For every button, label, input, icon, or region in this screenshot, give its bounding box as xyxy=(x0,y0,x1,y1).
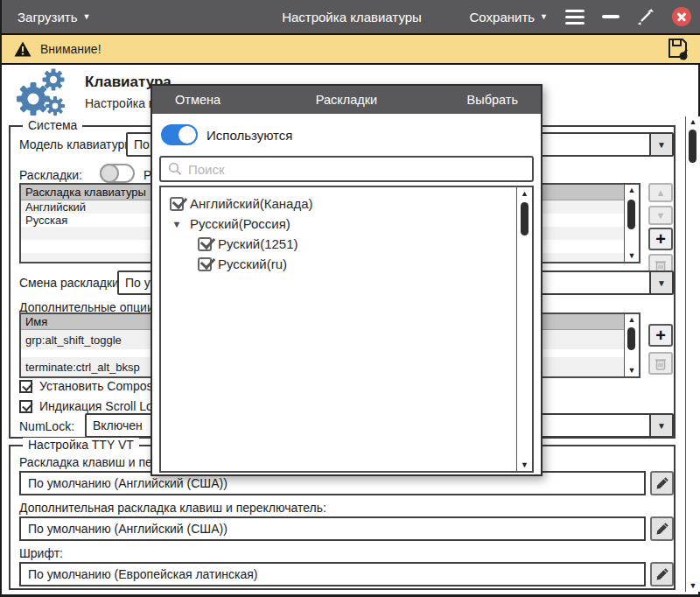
layouts-table-scrollbar[interactable]: ▲ ▼ xyxy=(624,185,639,262)
scroll-up-icon[interactable]: ▲ xyxy=(686,116,700,128)
gears-icon xyxy=(10,68,68,121)
in-use-toggle-label: Используются xyxy=(206,128,292,143)
modal-cancel-button[interactable]: Отмена xyxy=(175,93,220,107)
compose-checkbox-row: Установить Compose xyxy=(19,379,159,393)
edit-tty-font-button[interactable] xyxy=(650,562,674,586)
tree-item[interactable]: Русский(ru) xyxy=(198,256,287,271)
save-menu-button[interactable]: Сохранить ▼ xyxy=(470,10,548,25)
tree-item-label: Русский(ru) xyxy=(218,256,287,271)
scroll-up-icon[interactable]: ▲ xyxy=(517,187,532,200)
compose-checkbox-label: Установить Compose xyxy=(39,379,159,393)
scrollbar-thumb[interactable] xyxy=(521,202,528,235)
expand-icon[interactable] xyxy=(637,8,654,25)
arrow-up-icon: ▲ xyxy=(656,187,666,198)
scrollbar-thumb[interactable] xyxy=(689,130,696,163)
window-scrollbar[interactable]: ▲ ▼ xyxy=(685,116,700,592)
scroll-lock-checkbox-row: Индикация Scroll Lock xyxy=(19,399,165,413)
delete-option-button[interactable] xyxy=(648,352,673,375)
edit-tty-layout-button[interactable] xyxy=(650,471,674,495)
tree-item[interactable]: Руский(1251) xyxy=(198,236,298,251)
tree-item-label: Русский(Россия) xyxy=(190,216,290,231)
menu-icon[interactable] xyxy=(565,10,584,25)
save-file-icon[interactable] xyxy=(667,37,690,61)
trash-icon xyxy=(654,357,667,370)
tty-font-field[interactable]: По умолчанию (Европейская латинская) xyxy=(19,562,646,586)
add-option-button[interactable]: + xyxy=(648,324,673,347)
checked-checkbox[interactable] xyxy=(170,197,184,211)
plus-icon: + xyxy=(655,327,666,344)
tree-item-label: Английский(Канада) xyxy=(190,196,313,211)
modal-header: Отмена Раскладки Выбрать xyxy=(152,86,541,114)
add-layout-button[interactable]: + xyxy=(648,228,673,250)
search-input[interactable] xyxy=(188,162,525,177)
tty-font-label: Шрифт: xyxy=(19,546,63,560)
layout-switch-label: Смена раскладки: xyxy=(19,276,122,290)
search-box xyxy=(159,156,534,182)
layouts-tree: Английский(Канада) ▼ Русский(Россия) Рус… xyxy=(159,186,534,473)
pencil-icon xyxy=(655,477,668,490)
warning-text: Внимание! xyxy=(40,42,102,56)
chevron-down-icon[interactable]: ▼ xyxy=(649,415,672,436)
checked-checkbox[interactable] xyxy=(198,257,212,271)
tty-layout-label: Раскладка клавиш и пер xyxy=(19,455,159,469)
warning-bar: Внимание! xyxy=(2,33,700,65)
warning-icon xyxy=(14,41,32,57)
keyboard-settings-window: Загрузить ▼ Настройка клавиатуры Сохрани… xyxy=(0,0,700,597)
scroll-down-icon[interactable]: ▼ xyxy=(625,365,639,376)
layouts-toggle[interactable] xyxy=(100,164,135,183)
scroll-down-icon[interactable]: ▼ xyxy=(517,459,532,471)
tree-item[interactable]: Английский(Канада) xyxy=(170,196,313,211)
minimize-icon[interactable] xyxy=(602,15,620,18)
tree-item[interactable]: ▼ Русский(Россия) xyxy=(170,216,290,231)
scroll-down-icon[interactable]: ▼ xyxy=(625,250,639,262)
tty-extra-layout-field[interactable]: По умолчанию (Английский (США)) xyxy=(19,516,646,541)
page-subtitle: Настройка п xyxy=(85,96,155,110)
checked-checkbox[interactable] xyxy=(198,237,212,251)
scroll-up-icon[interactable]: ▲ xyxy=(625,185,639,196)
scroll-down-icon[interactable]: ▼ xyxy=(686,580,700,592)
plus-icon: + xyxy=(655,230,666,248)
move-down-button[interactable]: ▼ xyxy=(648,206,673,225)
layouts-label: Раскладки: xyxy=(19,168,82,182)
scroll-lock-checkbox[interactable] xyxy=(19,400,32,413)
tree-item-label: Руский(1251) xyxy=(218,236,298,251)
options-table-scrollbar[interactable]: ▲ ▼ xyxy=(624,314,639,376)
arrow-down-icon: ▼ xyxy=(656,210,666,221)
modal-select-button[interactable]: Выбрать xyxy=(467,93,518,107)
collapse-icon[interactable]: ▼ xyxy=(170,219,184,229)
scroll-up-icon[interactable]: ▲ xyxy=(625,314,639,326)
chevron-down-icon[interactable]: ▼ xyxy=(649,272,672,293)
keyboard-model-label: Модель клавиатуры: xyxy=(19,137,136,151)
layouts-modal: Отмена Раскладки Выбрать Используются Ан… xyxy=(150,84,542,476)
titlebar: Загрузить ▼ Настройка клавиатуры Сохрани… xyxy=(2,0,700,33)
numlock-label: NumLock: xyxy=(19,419,74,433)
close-icon[interactable] xyxy=(672,7,691,26)
scrollbar-thumb[interactable] xyxy=(627,327,635,350)
scroll-lock-checkbox-label: Индикация Scroll Lock xyxy=(39,399,165,413)
edit-tty-extra-layout-button[interactable] xyxy=(650,516,674,541)
search-icon xyxy=(168,162,182,176)
chevron-down-icon: ▼ xyxy=(540,13,548,21)
system-section-legend: Система xyxy=(23,118,82,132)
tty-extra-layout-label: Дополнительная раскладка клавиш и перекл… xyxy=(19,501,326,515)
in-use-toggle[interactable] xyxy=(161,124,198,145)
scrollbar-thumb[interactable] xyxy=(627,200,635,229)
tree-scrollbar[interactable]: ▲ ▼ xyxy=(516,187,532,471)
compose-checkbox[interactable] xyxy=(19,380,32,393)
chevron-down-icon[interactable]: ▼ xyxy=(649,134,672,155)
pencil-icon xyxy=(655,568,668,581)
tty-section-legend: Настройка TTY VT xyxy=(23,438,139,452)
save-menu-label: Сохранить xyxy=(470,10,536,25)
pencil-icon xyxy=(655,523,668,536)
move-up-button[interactable]: ▲ xyxy=(648,183,673,202)
